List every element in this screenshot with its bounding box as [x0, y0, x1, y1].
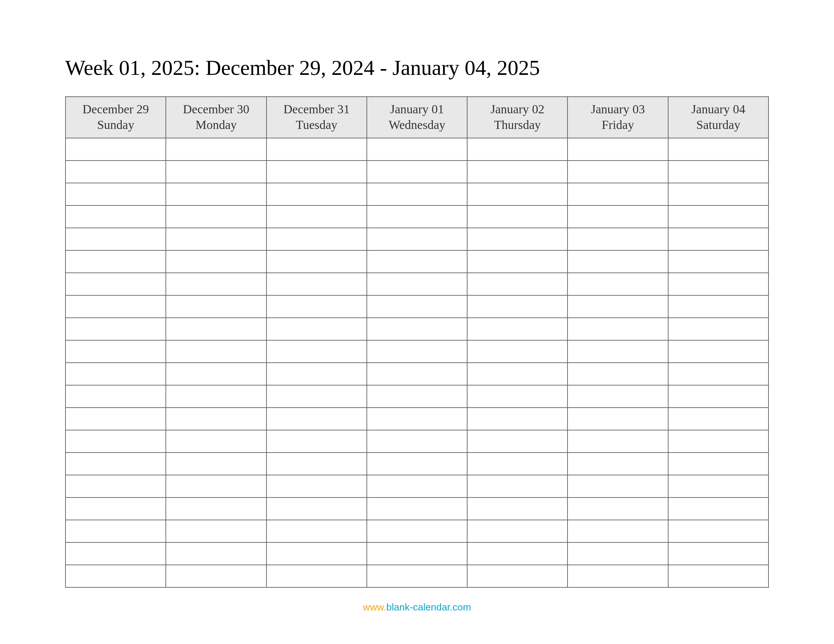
- calendar-cell[interactable]: [367, 228, 467, 250]
- calendar-cell[interactable]: [65, 205, 166, 228]
- calendar-cell[interactable]: [567, 228, 668, 250]
- calendar-cell[interactable]: [668, 408, 769, 430]
- calendar-cell[interactable]: [467, 475, 567, 497]
- calendar-cell[interactable]: [467, 385, 567, 408]
- calendar-cell[interactable]: [668, 138, 769, 160]
- calendar-cell[interactable]: [367, 520, 467, 542]
- calendar-cell[interactable]: [367, 542, 467, 565]
- calendar-cell[interactable]: [267, 430, 367, 453]
- calendar-cell[interactable]: [668, 363, 769, 385]
- calendar-cell[interactable]: [668, 340, 769, 363]
- calendar-cell[interactable]: [367, 363, 467, 385]
- calendar-cell[interactable]: [367, 430, 467, 453]
- calendar-cell[interactable]: [467, 318, 567, 340]
- calendar-cell[interactable]: [166, 183, 266, 205]
- calendar-cell[interactable]: [668, 430, 769, 453]
- calendar-cell[interactable]: [567, 542, 668, 565]
- calendar-cell[interactable]: [668, 542, 769, 565]
- calendar-cell[interactable]: [668, 295, 769, 318]
- calendar-cell[interactable]: [65, 340, 166, 363]
- calendar-cell[interactable]: [267, 183, 367, 205]
- calendar-cell[interactable]: [166, 475, 266, 497]
- calendar-cell[interactable]: [467, 273, 567, 295]
- calendar-cell[interactable]: [367, 318, 467, 340]
- calendar-cell[interactable]: [668, 565, 769, 588]
- calendar-cell[interactable]: [267, 138, 367, 160]
- calendar-cell[interactable]: [166, 160, 266, 183]
- calendar-cell[interactable]: [65, 565, 166, 588]
- calendar-cell[interactable]: [65, 385, 166, 408]
- calendar-cell[interactable]: [567, 318, 668, 340]
- calendar-cell[interactable]: [65, 430, 166, 453]
- calendar-cell[interactable]: [668, 475, 769, 497]
- calendar-cell[interactable]: [467, 340, 567, 363]
- calendar-cell[interactable]: [467, 453, 567, 475]
- calendar-cell[interactable]: [367, 273, 467, 295]
- calendar-cell[interactable]: [467, 542, 567, 565]
- calendar-cell[interactable]: [467, 408, 567, 430]
- calendar-cell[interactable]: [367, 138, 467, 160]
- calendar-cell[interactable]: [65, 497, 166, 520]
- calendar-cell[interactable]: [567, 453, 668, 475]
- calendar-cell[interactable]: [567, 408, 668, 430]
- calendar-cell[interactable]: [166, 408, 266, 430]
- calendar-cell[interactable]: [367, 475, 467, 497]
- calendar-cell[interactable]: [65, 542, 166, 565]
- calendar-cell[interactable]: [367, 295, 467, 318]
- calendar-cell[interactable]: [267, 453, 367, 475]
- calendar-cell[interactable]: [267, 340, 367, 363]
- calendar-cell[interactable]: [65, 183, 166, 205]
- calendar-cell[interactable]: [467, 565, 567, 588]
- calendar-cell[interactable]: [267, 228, 367, 250]
- calendar-cell[interactable]: [65, 520, 166, 542]
- calendar-cell[interactable]: [567, 183, 668, 205]
- calendar-cell[interactable]: [267, 160, 367, 183]
- calendar-cell[interactable]: [166, 318, 266, 340]
- calendar-cell[interactable]: [166, 520, 266, 542]
- calendar-cell[interactable]: [367, 160, 467, 183]
- calendar-cell[interactable]: [668, 250, 769, 273]
- calendar-cell[interactable]: [668, 205, 769, 228]
- calendar-cell[interactable]: [567, 138, 668, 160]
- calendar-cell[interactable]: [166, 453, 266, 475]
- calendar-cell[interactable]: [467, 138, 567, 160]
- calendar-cell[interactable]: [367, 565, 467, 588]
- calendar-cell[interactable]: [166, 228, 266, 250]
- calendar-cell[interactable]: [65, 228, 166, 250]
- calendar-cell[interactable]: [467, 497, 567, 520]
- calendar-cell[interactable]: [166, 497, 266, 520]
- calendar-cell[interactable]: [65, 138, 166, 160]
- calendar-cell[interactable]: [267, 520, 367, 542]
- calendar-cell[interactable]: [166, 385, 266, 408]
- calendar-cell[interactable]: [65, 408, 166, 430]
- calendar-cell[interactable]: [467, 520, 567, 542]
- calendar-cell[interactable]: [267, 363, 367, 385]
- calendar-cell[interactable]: [65, 250, 166, 273]
- calendar-cell[interactable]: [166, 250, 266, 273]
- calendar-cell[interactable]: [668, 520, 769, 542]
- calendar-cell[interactable]: [166, 340, 266, 363]
- calendar-cell[interactable]: [65, 160, 166, 183]
- calendar-cell[interactable]: [166, 542, 266, 565]
- calendar-cell[interactable]: [467, 363, 567, 385]
- calendar-cell[interactable]: [567, 250, 668, 273]
- calendar-cell[interactable]: [467, 183, 567, 205]
- calendar-cell[interactable]: [467, 228, 567, 250]
- calendar-cell[interactable]: [567, 475, 668, 497]
- calendar-cell[interactable]: [267, 542, 367, 565]
- calendar-cell[interactable]: [668, 228, 769, 250]
- calendar-cell[interactable]: [668, 318, 769, 340]
- calendar-cell[interactable]: [65, 295, 166, 318]
- calendar-cell[interactable]: [267, 295, 367, 318]
- calendar-cell[interactable]: [367, 408, 467, 430]
- calendar-cell[interactable]: [267, 475, 367, 497]
- calendar-cell[interactable]: [267, 205, 367, 228]
- calendar-cell[interactable]: [367, 205, 467, 228]
- calendar-cell[interactable]: [467, 160, 567, 183]
- calendar-cell[interactable]: [467, 430, 567, 453]
- calendar-cell[interactable]: [668, 183, 769, 205]
- calendar-cell[interactable]: [567, 160, 668, 183]
- calendar-cell[interactable]: [267, 408, 367, 430]
- calendar-cell[interactable]: [567, 273, 668, 295]
- calendar-cell[interactable]: [166, 205, 266, 228]
